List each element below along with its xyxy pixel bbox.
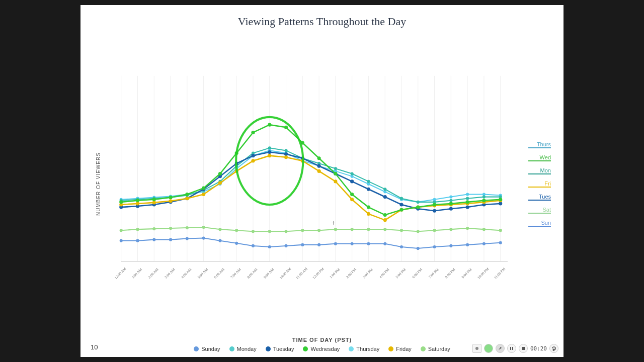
legend-dot-wednesday [303,346,308,351]
svg-text:8:00 AM: 8:00 AM [247,267,259,280]
svg-point-48 [499,241,502,244]
svg-point-170 [136,199,139,202]
svg-rect-220 [510,347,511,350]
svg-point-40 [367,242,370,245]
stop-button[interactable] [519,344,528,353]
svg-point-182 [334,172,337,175]
svg-point-173 [185,193,189,196]
svg-text:11:00 PM: 11:00 PM [493,267,506,280]
legend-label-wednesday: Wednesday [310,346,340,352]
svg-point-147 [152,201,156,204]
svg-point-58 [268,230,271,233]
svg-point-169 [119,200,123,204]
y-axis-label: NUMBER OF VIEWERS [91,33,106,335]
x-axis-label: TIME OF DAY (PST) [292,337,352,343]
svg-point-150 [202,193,205,196]
svg-text:2:00 AM: 2:00 AM [147,267,159,280]
svg-point-149 [185,197,189,200]
legend-dot-monday [229,346,234,351]
svg-point-115 [417,201,420,204]
svg-point-70 [466,227,469,230]
legend-wednesday: Wednesday [303,346,340,352]
svg-point-142 [466,206,469,209]
svg-point-175 [218,172,222,175]
color-button[interactable] [484,344,493,353]
pause-button[interactable] [507,344,516,353]
svg-point-36 [301,243,304,246]
right-legend-sun[interactable]: Sun [528,220,551,227]
right-legend-sat[interactable]: Sat [528,207,551,214]
right-legend: Thurs Wed Mon Fri Tues Sat Sun [528,33,553,335]
svg-point-141 [449,207,453,211]
legend-thursday: Thursday [349,346,379,352]
svg-point-179 [284,126,288,129]
svg-text:6:00 AM: 6:00 AM [213,267,225,280]
svg-point-189 [449,202,453,205]
svg-point-130 [268,150,271,154]
svg-text:+: + [332,219,336,227]
svg-point-160 [367,212,370,216]
svg-point-177 [251,131,255,134]
svg-point-35 [284,244,287,247]
right-legend-thurs[interactable]: Thurs [528,141,551,148]
svg-point-43 [417,247,420,250]
svg-text:4:00 PM: 4:00 PM [378,267,390,280]
svg-point-117 [449,199,452,202]
pen-tool-button[interactable] [472,344,481,353]
svg-point-192 [499,198,502,201]
svg-point-191 [482,199,486,202]
svg-text:2:00 PM: 2:00 PM [346,267,358,280]
svg-point-93 [449,196,452,199]
svg-point-60 [301,229,304,232]
svg-point-137 [383,195,387,199]
svg-point-106 [268,146,271,149]
svg-point-151 [218,181,222,185]
svg-point-185 [383,213,387,217]
legend-dot-tuesday [266,346,271,351]
svg-text:5:00 AM: 5:00 AM [197,267,209,280]
svg-point-42 [400,245,403,248]
svg-point-135 [350,179,354,183]
svg-point-44 [433,245,436,248]
svg-point-63 [351,228,354,231]
svg-point-55 [218,228,221,231]
right-legend-fri[interactable]: Fri [528,180,551,188]
chart-svg: .grid-line { stroke: #e0e0e0; stroke-wid… [106,33,528,335]
svg-point-59 [284,230,287,233]
svg-point-187 [416,206,420,209]
svg-point-33 [252,244,255,247]
svg-point-62 [334,228,337,231]
svg-text:10:00 AM: 10:00 AM [279,266,292,280]
right-legend-tues[interactable]: Tues [528,194,551,201]
svg-point-53 [186,226,189,229]
svg-text:7:00 AM: 7:00 AM [230,267,242,280]
legend-label-thursday: Thursday [356,346,379,352]
draw-button[interactable] [496,344,505,353]
svg-point-29 [186,237,189,240]
svg-text:3:00 AM: 3:00 AM [164,267,176,280]
svg-point-72 [499,229,502,232]
svg-text:6:00 PM: 6:00 PM [412,267,424,280]
svg-point-111 [351,172,354,175]
right-legend-mon[interactable]: Mon [528,167,551,174]
refresh-button[interactable] [549,344,558,353]
svg-text:11:00 AM: 11:00 AM [295,266,309,280]
legend-tuesday: Tuesday [266,346,294,352]
slide: Viewing Patterns Throughout the Day NUMB… [80,5,564,357]
svg-point-27 [152,238,155,241]
svg-point-174 [202,187,205,190]
svg-point-39 [351,242,354,245]
svg-point-68 [433,229,436,232]
legend-dot-sunday [194,346,199,351]
svg-point-30 [202,236,205,239]
legend-label-friday: Friday [396,346,412,352]
svg-point-107 [284,149,287,152]
right-legend-wed[interactable]: Wed [528,154,551,161]
svg-point-146 [136,202,139,205]
svg-point-25 [120,239,123,242]
svg-point-186 [399,208,403,212]
page-number: 10 [91,343,98,351]
svg-text:12:00 PM: 12:00 PM [312,267,325,280]
svg-point-31 [218,239,221,242]
svg-point-133 [317,164,321,168]
